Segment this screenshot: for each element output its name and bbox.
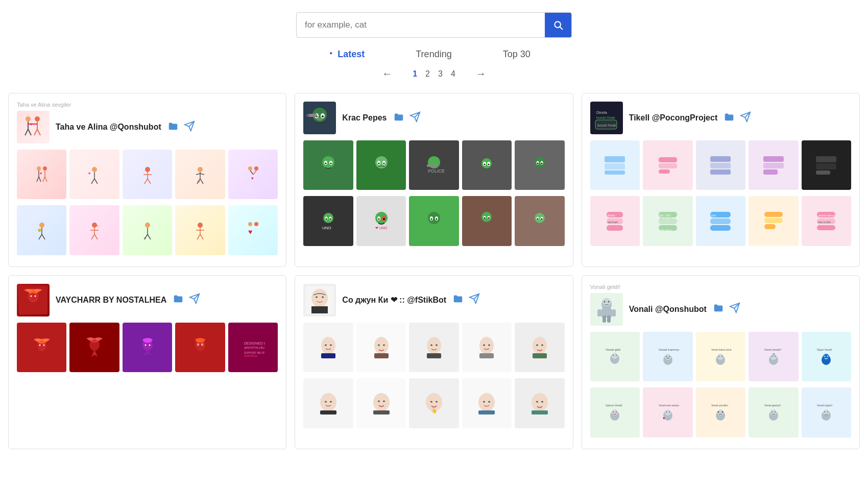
svg-point-83 [325,162,327,164]
next-page-arrow[interactable]: → [472,68,490,80]
svg-point-253 [536,401,538,403]
svg-point-2 [26,116,31,121]
page-3[interactable]: 3 [438,69,443,79]
svg-point-109 [326,218,327,220]
svg-point-85 [375,156,388,168]
pack3-header: Dinda bocah freak bocah freak Tikell @Po… [590,102,851,134]
sticker-cell [696,140,745,190]
svg-rect-261 [597,309,601,316]
sticker-cell: Vonali geziyor! [749,387,798,437]
svg-rect-155 [816,156,836,162]
page-2[interactable]: 2 [425,69,430,79]
pack3-title-area: Tikell @PocongProject [629,113,718,123]
pack5-header: Со джун Ки ❤ :: @fStikBot [303,284,564,316]
sticker-cell [303,140,353,190]
sticker-cell: ♥ [228,150,278,199]
sticker-cell: dinda alai huek [590,196,640,246]
svg-rect-150 [710,169,731,175]
svg-point-15 [43,166,47,170]
svg-point-221 [378,344,380,346]
pack1-actions [167,120,195,134]
tab-top30[interactable]: Top 30 [503,47,531,62]
page-4[interactable]: 4 [451,69,455,79]
sticker-cell: gimana kalo ga kalo lu blok [802,196,851,246]
svg-point-89 [383,162,384,164]
svg-text:Vonali nerede?: Vonali nerede? [764,348,782,351]
folder-icon [713,302,724,313]
pack1-header: ♥ Taha ve Alina @Qonshubot [17,111,278,143]
svg-point-133 [537,218,538,220]
svg-line-19 [37,177,39,182]
sticker-cell [590,140,640,190]
search-input[interactable] [297,15,545,35]
svg-point-250 [488,401,490,403]
pack2-share-button[interactable] [409,111,421,125]
svg-point-296 [613,411,614,412]
svg-rect-143 [605,163,625,169]
svg-point-279 [717,354,724,360]
sticker-cell [515,140,564,190]
svg-line-47 [39,234,42,239]
sticker-cell [749,140,798,190]
sticker-cell: ? [123,205,172,255]
prev-page-arrow[interactable]: ← [378,68,396,80]
pack1-thumb-img: ♥ [19,113,47,141]
svg-point-232 [533,337,547,354]
svg-rect-174 [764,218,783,223]
svg-point-225 [430,344,432,346]
svg-point-211 [316,296,318,298]
sticker-cell: Vonali nerede? ? [749,332,798,381]
svg-rect-180 [817,225,835,230]
pack3-stickers: dinda alai huek Bot. UNO dinda woi! UNO … [590,140,851,249]
pack4-sticker-row1: DESIGNED BY @NOSTALHEA SUPPORT ME ON GOO… [17,323,278,372]
svg-point-249 [483,401,485,403]
pack3-folder-button[interactable] [724,111,735,125]
svg-text:Vonali kabul etmez!: Vonali kabul etmez! [711,348,732,351]
svg-point-106 [323,213,333,223]
svg-point-127 [484,217,486,219]
pack5-folder-button[interactable] [452,293,464,307]
tab-latest[interactable]: Latest [337,47,365,62]
sticker-cell [749,196,798,246]
sticker-cell: Aşkınız Vonali! [590,387,640,437]
pack3-share-button[interactable] [740,111,751,125]
svg-text:POLICE: POLICE [428,168,445,174]
pack5-share-button[interactable] [469,293,480,307]
pack2-stickers: POLICE UNO ❤ UNO [303,140,564,249]
pack6-actions [713,302,740,316]
svg-point-228 [479,337,494,354]
pack2-folder-button[interactable] [393,111,404,125]
svg-point-41 [254,166,258,170]
svg-text:👆: 👆 [431,407,438,414]
pack-card-krac-pepes: Krac Pepes POLICE [295,93,573,267]
search-button[interactable] [545,13,571,37]
svg-rect-151 [763,156,784,162]
sticker-cell [356,140,406,190]
pack1-sticker-row1: ♥ ♥ ♥ ♥ [17,150,278,199]
svg-point-240 [373,393,390,411]
pack1-folder-button[interactable] [167,120,179,134]
svg-point-40 [248,166,252,170]
svg-rect-235 [533,353,547,358]
svg-point-226 [436,344,438,346]
sticker-cell [175,205,225,255]
svg-point-100 [535,157,545,167]
top-section: Latest Trending Top 30 ← 1 2 3 4 → [0,0,868,93]
svg-line-7 [25,129,28,135]
pack2-sticker-row2: UNO ❤ UNO [303,196,564,246]
pack4-share-button[interactable] [189,293,200,307]
svg-rect-142 [605,156,625,162]
pack1-title: Taha ve Alina @Qonshubot [56,123,161,132]
pack6-share-button[interactable] [729,302,740,316]
svg-point-307 [718,411,719,413]
pack1-share-button[interactable] [184,120,195,134]
sticker-cell: Vonali yoruldu! [696,387,745,437]
svg-text:GOOGLE: GOOGLE [244,354,257,357]
pack5-title: Со джун Ки ❤ :: @fStikBot [342,295,446,305]
pack4-folder-button[interactable] [173,293,184,307]
sticker-cell: ? [69,205,119,255]
sticker-cell: 😢 [17,205,66,255]
pack6-folder-button[interactable] [713,302,724,316]
page-1[interactable]: 1 [413,69,417,79]
tab-trending[interactable]: Trending [416,47,451,62]
